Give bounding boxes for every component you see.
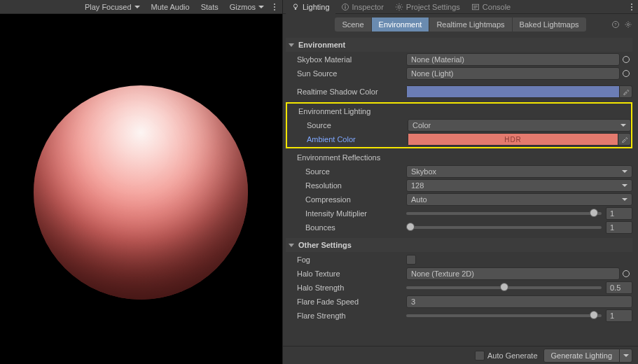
refl-resolution-value: 128: [411, 181, 424, 190]
flare-fade-speed-field[interactable]: 3: [406, 295, 632, 308]
object-picker-button[interactable]: [620, 53, 632, 66]
refl-bounces-slider[interactable]: [406, 226, 602, 229]
svg-rect-4: [345, 5, 345, 6]
target-icon: [623, 70, 630, 77]
subtab-baked-lightmaps[interactable]: Baked Lightmaps: [512, 18, 586, 31]
panel-body: Environment Skybox Material None (Materi…: [283, 35, 638, 346]
svg-rect-3: [345, 6, 345, 8]
tab-console[interactable]: Console: [466, 0, 516, 14]
context-menu-icon[interactable]: [628, 4, 635, 10]
subtab-realtime-lightmaps[interactable]: Realtime Lightmaps: [429, 18, 511, 31]
ambient-color-field[interactable]: HDR: [408, 133, 618, 146]
env-lighting-source-value: Color: [412, 121, 431, 130]
chevron-down-icon: [620, 124, 626, 127]
flare-strength-slider[interactable]: [406, 314, 602, 317]
object-picker-button[interactable]: [620, 267, 632, 280]
section-environment-label: Environment: [298, 41, 345, 49]
skybox-material-field[interactable]: None (Material): [406, 53, 620, 66]
panel-tabs: Lighting Inspector Project Settings Cons…: [283, 0, 638, 14]
section-other-label: Other Settings: [298, 241, 352, 249]
halo-strength-slider[interactable]: [406, 286, 602, 289]
object-picker-button[interactable]: [620, 67, 632, 80]
gizmos-label: Gizmos: [230, 3, 256, 11]
realtime-shadow-color-field[interactable]: [406, 85, 620, 98]
color-swatch-hdr: HDR: [408, 134, 618, 145]
refl-source-label: Source: [286, 167, 406, 176]
subtab-environment[interactable]: Environment: [371, 18, 429, 31]
play-focused-dropdown[interactable]: Play Focused: [81, 1, 144, 13]
stats-toggle[interactable]: Stats: [197, 1, 223, 13]
context-menu-icon[interactable]: [271, 4, 278, 10]
chevron-down-icon: [622, 170, 627, 173]
play-focused-label: Play Focused: [85, 3, 132, 11]
flare-strength-value[interactable]: 1: [606, 309, 632, 322]
tab-console-label: Console: [483, 3, 511, 11]
eyedropper-button[interactable]: [618, 133, 631, 146]
env-lighting-source-dropdown[interactable]: Color: [408, 119, 631, 132]
fog-label: Fog: [286, 255, 406, 264]
generate-lighting-button[interactable]: Generate Lighting: [543, 349, 620, 363]
flare-strength-label: Flare Strength: [286, 312, 406, 320]
halo-texture-label: Halo Texture: [286, 270, 406, 278]
fold-icon: [289, 43, 294, 47]
lighting-panel: Lighting Inspector Project Settings Cons…: [283, 0, 638, 364]
halo-texture-field[interactable]: None (Texture 2D): [406, 267, 620, 280]
game-toolbar: Play Focused Mute Audio Stats Gizmos: [0, 0, 282, 14]
section-other-settings[interactable]: Other Settings: [286, 238, 632, 252]
refl-bounces-label: Bounces: [286, 223, 406, 232]
chevron-down-icon: [258, 6, 264, 8]
skybox-material-label: Skybox Material: [286, 55, 406, 64]
eyedropper-icon: [623, 88, 630, 95]
panel-footer: Auto Generate Generate Lighting: [283, 346, 638, 364]
tab-project-settings-label: Project Settings: [406, 3, 460, 11]
lighting-subtabs: Scene Environment Realtime Lightmaps Bak…: [283, 14, 638, 35]
refl-resolution-dropdown[interactable]: 128: [406, 179, 632, 192]
environment-reflections-header: Environment Reflections: [286, 151, 632, 164]
tab-inspector[interactable]: Inspector: [335, 0, 389, 14]
refl-source-dropdown[interactable]: Skybox: [406, 165, 632, 178]
section-environment[interactable]: Environment: [286, 38, 632, 52]
gear-icon: [395, 3, 403, 11]
svg-point-0: [293, 4, 297, 7]
svg-point-9: [627, 24, 630, 26]
sun-source-label: Sun Source: [286, 69, 406, 78]
generate-lighting-dropdown[interactable]: [620, 349, 632, 363]
ambient-color-label: Ambient Color: [287, 135, 408, 144]
eyedropper-icon: [621, 136, 628, 143]
auto-generate-checkbox[interactable]: [475, 351, 485, 360]
subtab-scene[interactable]: Scene: [335, 18, 370, 31]
chevron-down-icon: [134, 6, 140, 8]
refl-intensity-slider[interactable]: [406, 212, 602, 215]
mute-audio-toggle[interactable]: Mute Audio: [147, 1, 194, 13]
eyedropper-button[interactable]: [620, 85, 632, 98]
refl-bounces-value[interactable]: 1: [606, 221, 632, 234]
refl-source-value: Skybox: [411, 167, 436, 176]
svg-rect-1: [295, 8, 296, 9]
gear-icon[interactable]: [624, 20, 632, 29]
svg-point-5: [398, 6, 401, 8]
halo-strength-value[interactable]: 0.5: [606, 281, 632, 294]
color-swatch: [407, 86, 619, 97]
tab-inspector-label: Inspector: [352, 3, 384, 11]
fog-checkbox[interactable]: [406, 255, 416, 265]
chevron-down-icon: [622, 198, 627, 201]
refl-compression-dropdown[interactable]: Auto: [406, 193, 632, 206]
target-icon: [623, 270, 630, 277]
chevron-down-icon: [623, 354, 629, 357]
sun-source-field[interactable]: None (Light): [406, 67, 620, 80]
gizmos-dropdown[interactable]: Gizmos: [226, 1, 268, 13]
info-icon: [341, 3, 349, 11]
tab-project-settings[interactable]: Project Settings: [389, 0, 466, 14]
rendered-sphere: [34, 85, 248, 300]
target-icon: [623, 56, 630, 63]
refl-intensity-label: Intensity Multiplier: [286, 209, 406, 218]
auto-generate-label: Auto Generate: [487, 351, 538, 360]
refl-resolution-label: Resolution: [286, 181, 406, 190]
lightbulb-icon: [291, 3, 300, 11]
tab-lighting[interactable]: Lighting: [286, 0, 335, 14]
realtime-shadow-color-label: Realtime Shadow Color: [286, 88, 406, 96]
highlighted-environment-lighting: Environment Lighting Source Color Ambien…: [286, 102, 632, 148]
help-icon[interactable]: ?: [611, 20, 620, 29]
env-lighting-source-label: Source: [287, 121, 408, 130]
refl-intensity-value[interactable]: 1: [606, 207, 632, 220]
